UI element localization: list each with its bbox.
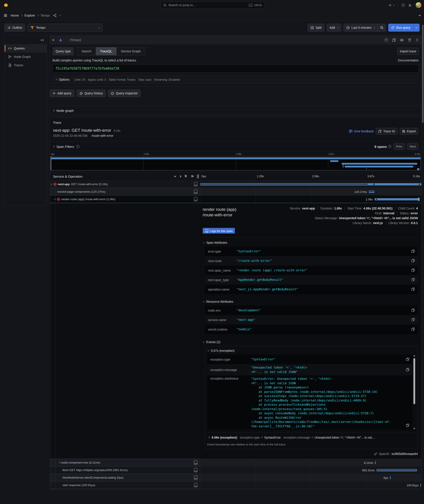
- drag-handle-icon[interactable]: [416, 38, 419, 42]
- span-name-cell[interactable]: build component tree (8.11ms)LOG: [50, 459, 200, 466]
- copy-value-button[interactable]: [412, 249, 415, 253]
- breadcrumb-item[interactable]: Explore: [25, 14, 35, 17]
- action-add-query-button[interactable]: Add query: [50, 89, 74, 97]
- breadcrumb-caret-icon[interactable]: [59, 14, 61, 16]
- copy-value-button[interactable]: [412, 308, 415, 313]
- export-button[interactable]: Export: [400, 128, 418, 134]
- sidebar-item-node-graph[interactable]: Node Graph: [5, 53, 47, 61]
- log-button[interactable]: LOG: [194, 460, 197, 465]
- log-button[interactable]: LOG: [194, 476, 197, 480]
- news-icon[interactable]: [408, 3, 412, 7]
- split-button[interactable]: Split: [308, 24, 324, 32]
- span-row[interactable]: resolve page components (120.17ms)LOG120…: [50, 188, 421, 196]
- span-filters-expand-icon[interactable]: [53, 146, 55, 147]
- collapse-all-icon[interactable]: [185, 175, 187, 178]
- node-graph-section[interactable]: Node graph: [50, 106, 422, 115]
- span-timeline-cell[interactable]: 0μs: [200, 474, 421, 481]
- span-name-cell[interactable]: render route (app) /route-with-error (1.…: [50, 196, 200, 203]
- span-timeline-cell[interactable]: 120.17ms: [200, 188, 421, 196]
- span-timeline-cell[interactable]: 953.31ms: [200, 466, 421, 474]
- span-row[interactable]: next-appGET /route-with-error (5.16s)LOG: [50, 180, 421, 188]
- add-button[interactable]: Add: [327, 24, 341, 32]
- bar-resize-handle[interactable]: [418, 197, 420, 201]
- copy-value-button[interactable]: [406, 357, 409, 362]
- sidebar-item-queries[interactable]: Queries: [5, 44, 47, 53]
- minimap-canvas[interactable]: [50, 156, 421, 170]
- logs-for-span-button[interactable]: LOG Logs for this span: [203, 228, 235, 234]
- traceql-query-input[interactable]: f5c245afb507570b9f77a7bfba0daf20: [53, 64, 419, 73]
- zoom-out-button[interactable]: [378, 24, 386, 32]
- menu-icon[interactable]: [4, 13, 7, 18]
- collapse-one-icon[interactable]: [174, 175, 176, 177]
- query-help-icon[interactable]: ?: [385, 38, 388, 42]
- span-attributes-header[interactable]: Span Attributes: [203, 241, 418, 244]
- log-button[interactable]: LOG: [194, 468, 197, 472]
- span-name-cell[interactable]: start response (100.91μs)LOG: [50, 481, 200, 489]
- span-row[interactable]: fetch GET https://httpbin.org/status/500…: [50, 466, 421, 474]
- log-button[interactable]: LOG: [194, 197, 197, 201]
- span-name-cell[interactable]: resolve page components (120.17ms)LOG: [50, 188, 200, 196]
- outline-button[interactable]: Outline: [4, 24, 25, 32]
- copy-value-button[interactable]: [412, 327, 415, 332]
- event2-row[interactable]: 5.09s (exception): exception.type=Syntax…: [207, 432, 415, 440]
- span-duration-bar[interactable]: [374, 198, 419, 200]
- action-query-history-button[interactable]: Query history: [77, 89, 106, 97]
- log-button[interactable]: LOG: [194, 182, 197, 186]
- event1-header[interactable]: 5.07s (exception): [208, 349, 415, 352]
- query-options-row[interactable]: Options Limit: 20Spans Limit: 3Table For…: [53, 75, 419, 84]
- column-resize-handle[interactable]: [197, 175, 199, 178]
- add-menu-button[interactable]: [388, 4, 394, 7]
- log-button[interactable]: LOG: [194, 483, 197, 487]
- copy-value-button[interactable]: [406, 368, 409, 372]
- scroll-down-icon[interactable]: [413, 428, 415, 429]
- breadcrumb-item[interactable]: Tempo: [41, 14, 50, 17]
- import-trace-button[interactable]: Import trace: [397, 48, 419, 55]
- sidebar-item-traces[interactable]: Traces: [5, 61, 47, 69]
- log-button[interactable]: LOG: [194, 190, 197, 194]
- share-icon[interactable]: [53, 14, 56, 17]
- span-duration-bar[interactable]: [377, 469, 417, 471]
- action-query-inspector-button[interactable]: Query inspector: [108, 89, 141, 97]
- sidebar-collapse-button[interactable]: [5, 37, 47, 44]
- run-query-caret-button[interactable]: [413, 24, 420, 32]
- eye-icon[interactable]: [400, 38, 404, 42]
- span-row[interactable]: render route (app) /route-with-error (1.…: [50, 196, 421, 203]
- span-timeline-cell[interactable]: [200, 180, 421, 188]
- expand-one-icon[interactable]: [179, 175, 181, 178]
- datasource-picker[interactable]: Tempo: [27, 24, 103, 32]
- duplicate-icon[interactable]: [392, 38, 396, 42]
- documentation-link[interactable]: Documentation: [398, 58, 419, 62]
- copy-value-button[interactable]: [412, 268, 415, 272]
- breadcrumb-item[interactable]: Home: [11, 14, 19, 17]
- copy-value-button[interactable]: [412, 278, 415, 282]
- span-row[interactable]: build component tree (8.11ms)LOG8.11ms: [50, 459, 421, 466]
- copy-value-button[interactable]: [412, 259, 415, 263]
- events-scrollbar[interactable]: [413, 355, 415, 429]
- trace-id-button[interactable]: Trace ID: [376, 128, 397, 134]
- span-timeline-cell[interactable]: 1.06s: [200, 196, 421, 203]
- tab-service-graph[interactable]: Service Graph: [117, 47, 145, 55]
- collapse-up-icon[interactable]: [419, 15, 421, 17]
- give-feedback-link[interactable]: Give feedback: [349, 129, 374, 133]
- copy-value-button[interactable]: [406, 424, 409, 427]
- query-row-header[interactable]: A (Tempo) ?: [50, 36, 421, 45]
- scrollbar-thumb[interactable]: [413, 358, 415, 404]
- span-name-cell[interactable]: next-appGET /route-with-error (5.16s)LOG: [50, 180, 200, 188]
- span-timeline-cell[interactable]: 100.91μs: [200, 481, 421, 489]
- trace-minimap[interactable]: 0μs1.29s2.58s3.87s5.16s: [50, 152, 421, 172]
- prev-button[interactable]: Prev: [393, 143, 405, 150]
- time-range-picker[interactable]: Last 5 minutes: [343, 24, 378, 32]
- span-row[interactable]: NextNodeServer.clientComponentLoading (0…: [50, 474, 421, 481]
- next-button[interactable]: Next: [407, 143, 418, 150]
- copy-value-button[interactable]: [412, 287, 415, 291]
- events-header[interactable]: Events (2): [203, 340, 418, 344]
- grafana-logo-icon[interactable]: [3, 2, 8, 7]
- expand-all-icon[interactable]: [191, 175, 193, 178]
- tab-search[interactable]: Search: [77, 47, 96, 55]
- span-duration-bar[interactable]: [369, 191, 374, 193]
- avatar[interactable]: [416, 2, 421, 8]
- run-query-button[interactable]: Run query: [388, 24, 413, 32]
- resource-attributes-header[interactable]: Resource Attributes: [203, 300, 418, 303]
- page-scrollbar-thumb[interactable]: [422, 25, 424, 123]
- tab-traceql[interactable]: TraceQL: [96, 47, 117, 55]
